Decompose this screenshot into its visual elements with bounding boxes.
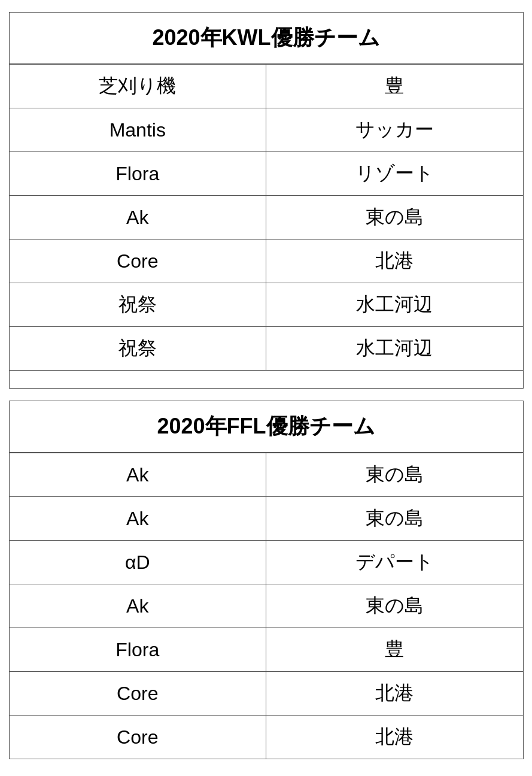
- kwl-col2-5: 水工河辺: [266, 283, 524, 327]
- ffl-row-4: Flora豊: [9, 628, 523, 672]
- ffl-row-6: Core北港: [9, 716, 523, 759]
- ffl-col2-5: 北港: [266, 672, 524, 716]
- kwl-col1-3: Ak: [9, 196, 266, 240]
- kwl-row-4: Core北港: [9, 240, 523, 283]
- ffl-col1-2: αD: [9, 541, 266, 584]
- kwl-col1-2: Flora: [9, 152, 266, 196]
- ffl-row-3: Ak東の島: [9, 584, 523, 628]
- section-gap: [9, 389, 524, 401]
- kwl-data-table: 芝刈り機豊MantisサッカーFloraリゾートAk東の島Core北港祝祭水工河…: [9, 64, 524, 389]
- kwl-header-row: 2020年KWL優勝チーム: [9, 13, 523, 64]
- kwl-col1-0: 芝刈り機: [9, 65, 266, 108]
- ffl-col2-2: デパート: [266, 541, 524, 584]
- kwl-table: 2020年KWL優勝チーム: [9, 12, 524, 64]
- main-container: 2020年KWL優勝チーム 芝刈り機豊MantisサッカーFloraリゾートAk…: [9, 12, 524, 759]
- kwl-row-6: 祝祭水工河辺: [9, 327, 523, 371]
- ffl-row-1: Ak東の島: [9, 497, 523, 541]
- ffl-header-row: 2020年FFL優勝チーム: [9, 401, 523, 453]
- ffl-row-2: αDデパート: [9, 541, 523, 584]
- ffl-col1-1: Ak: [9, 497, 266, 541]
- ffl-col1-0: Ak: [9, 453, 266, 497]
- ffl-title: 2020年FFL優勝チーム: [9, 401, 523, 453]
- ffl-col1-4: Flora: [9, 628, 266, 672]
- ffl-col2-6: 北港: [266, 716, 524, 759]
- kwl-col2-0: 豊: [266, 65, 524, 108]
- kwl-row-3: Ak東の島: [9, 196, 523, 240]
- ffl-col1-5: Core: [9, 672, 266, 716]
- ffl-row-0: Ak東の島: [9, 453, 523, 497]
- ffl-col1-3: Ak: [9, 584, 266, 628]
- kwl-col1-4: Core: [9, 240, 266, 283]
- kwl-col1-1: Mantis: [9, 108, 266, 152]
- kwl-row-0: 芝刈り機豊: [9, 65, 523, 108]
- ffl-col2-1: 東の島: [266, 497, 524, 541]
- kwl-col2-3: 東の島: [266, 196, 524, 240]
- ffl-col2-3: 東の島: [266, 584, 524, 628]
- ffl-col2-0: 東の島: [266, 453, 524, 497]
- kwl-spacer: [9, 371, 523, 389]
- kwl-row-1: Mantisサッカー: [9, 108, 523, 152]
- kwl-row-2: Floraリゾート: [9, 152, 523, 196]
- kwl-col2-4: 北港: [266, 240, 524, 283]
- kwl-row-5: 祝祭水工河辺: [9, 283, 523, 327]
- ffl-table: 2020年FFL優勝チーム: [9, 401, 524, 453]
- kwl-col1-6: 祝祭: [9, 327, 266, 371]
- kwl-col2-1: サッカー: [266, 108, 524, 152]
- ffl-col2-4: 豊: [266, 628, 524, 672]
- kwl-col2-6: 水工河辺: [266, 327, 524, 371]
- ffl-data-table: Ak東の島Ak東の島αDデパートAk東の島Flora豊Core北港Core北港: [9, 453, 524, 759]
- ffl-col1-6: Core: [9, 716, 266, 759]
- kwl-title: 2020年KWL優勝チーム: [9, 13, 523, 64]
- ffl-row-5: Core北港: [9, 672, 523, 716]
- kwl-col2-2: リゾート: [266, 152, 524, 196]
- kwl-col1-5: 祝祭: [9, 283, 266, 327]
